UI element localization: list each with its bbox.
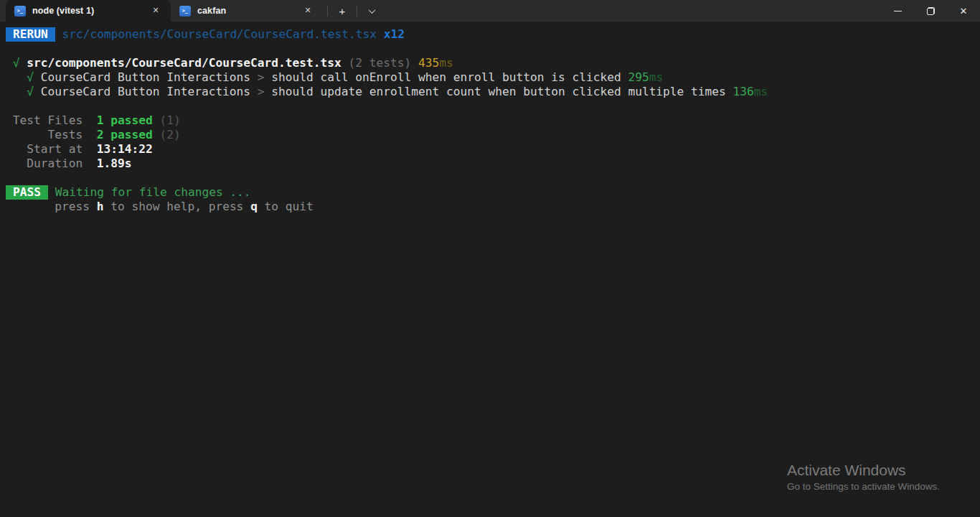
check-icon: √ (6, 85, 41, 98)
summary-value: 1 passed (97, 113, 153, 127)
summary-value: 1.89s (97, 157, 132, 170)
key-q: q (250, 200, 258, 213)
duration-value: 136 (726, 85, 754, 98)
test-suite-name: CourseCard Button Interactions (41, 85, 250, 98)
window-controls: ✕ (881, 0, 980, 22)
rerun-line: RERUN src/components/CourseCard/CourseCa… (6, 27, 980, 42)
terminal-output[interactable]: RERUN src/components/CourseCard/CourseCa… (0, 22, 980, 517)
test-result-line: √ CourseCard Button Interactions > shoul… (6, 85, 980, 99)
watermark-title: Activate Windows (787, 461, 940, 480)
summary-value: 13:14:22 (97, 142, 153, 156)
tab-title: cakfan (197, 6, 292, 16)
summary-test-files-line: Test Files 1 passed (1) (6, 113, 980, 128)
duration-value: 295 (621, 70, 649, 84)
summary-label: Tests (6, 128, 97, 141)
tab-cakfan[interactable]: >_ cakfan ✕ (171, 0, 323, 22)
restore-button[interactable] (914, 0, 947, 22)
key-h: h (97, 200, 104, 213)
tab-title: node (vitest 1) (32, 6, 140, 16)
duration-value: 435 (411, 56, 439, 70)
waiting-message: Waiting for file changes ... (48, 185, 251, 199)
help-text: press (6, 200, 97, 213)
duration-unit: ms (439, 56, 453, 70)
tabbar-separator (357, 6, 357, 17)
help-text: to quit (258, 200, 314, 213)
titlebar-left-pad (0, 0, 6, 22)
rerun-file-path: src/components/CourseCard/CourseCard.tes… (55, 27, 384, 41)
watermark-subtitle: Go to Settings to activate Windows. (787, 480, 940, 493)
titlebar-drag-region[interactable] (382, 0, 881, 22)
duration-unit: ms (754, 85, 768, 98)
test-suite-name: CourseCard Button Interactions (41, 70, 250, 84)
test-name: should call onEnroll when enroll button … (271, 70, 621, 84)
rerun-badge: RERUN (6, 27, 55, 42)
summary-value: 2 passed (97, 128, 153, 141)
activate-windows-watermark: Activate Windows Go to Settings to activ… (787, 461, 940, 493)
summary-label: Duration (6, 157, 97, 170)
summary-tests-line: Tests 2 passed (2) (6, 128, 980, 142)
summary-label: Test Files (6, 113, 97, 127)
pass-badge: PASS (6, 185, 48, 200)
suite-separator: > (250, 70, 271, 84)
restore-icon (927, 7, 935, 15)
summary-duration-line: Duration 1.89s (6, 157, 980, 171)
new-tab-button[interactable]: + (332, 2, 352, 19)
suite-separator: > (250, 85, 271, 98)
duration-unit: ms (649, 70, 664, 84)
minimize-button[interactable] (881, 0, 914, 22)
pass-status-line: PASS Waiting for file changes ... (6, 185, 980, 200)
tab-dropdown-button[interactable] (362, 2, 382, 19)
summary-start-at-line: Start at 13:14:22 (6, 142, 980, 157)
tabbar-separator (327, 6, 328, 17)
chevron-down-icon (368, 6, 375, 14)
terminal-window: >_ node (vitest 1) ✕ >_ cakfan ✕ + ✕ (0, 0, 980, 517)
powershell-icon: >_ (179, 6, 191, 17)
summary-label: Start at (6, 142, 97, 156)
blank-line (6, 171, 980, 185)
summary-total: (2) (153, 128, 181, 141)
file-path: src/components/CourseCard/CourseCard.tes… (27, 56, 341, 70)
blank-line (6, 99, 980, 113)
file-result-line: √ src/components/CourseCard/CourseCard.t… (6, 56, 980, 70)
blank-line (6, 42, 980, 56)
tab-close-icon[interactable]: ✕ (298, 3, 317, 19)
tab-close-icon[interactable]: ✕ (146, 3, 165, 19)
tab-node-vitest[interactable]: >_ node (vitest 1) ✕ (6, 0, 171, 22)
test-result-line: √ CourseCard Button Interactions > shoul… (6, 70, 980, 85)
titlebar: >_ node (vitest 1) ✕ >_ cakfan ✕ + ✕ (0, 0, 980, 22)
close-icon: ✕ (960, 6, 968, 17)
help-line: press h to show help, press q to quit (6, 200, 980, 214)
close-button[interactable]: ✕ (947, 0, 980, 22)
test-name: should update enrollment count when butt… (271, 85, 725, 98)
minimize-icon (894, 11, 902, 11)
help-text: to show help, press (103, 200, 250, 213)
test-count: (2 tests) (341, 56, 411, 70)
rerun-count: x12 (384, 27, 405, 41)
check-icon: √ (6, 70, 41, 84)
powershell-icon: >_ (14, 6, 26, 17)
check-icon: √ (6, 56, 27, 70)
summary-total: (1) (153, 113, 181, 127)
